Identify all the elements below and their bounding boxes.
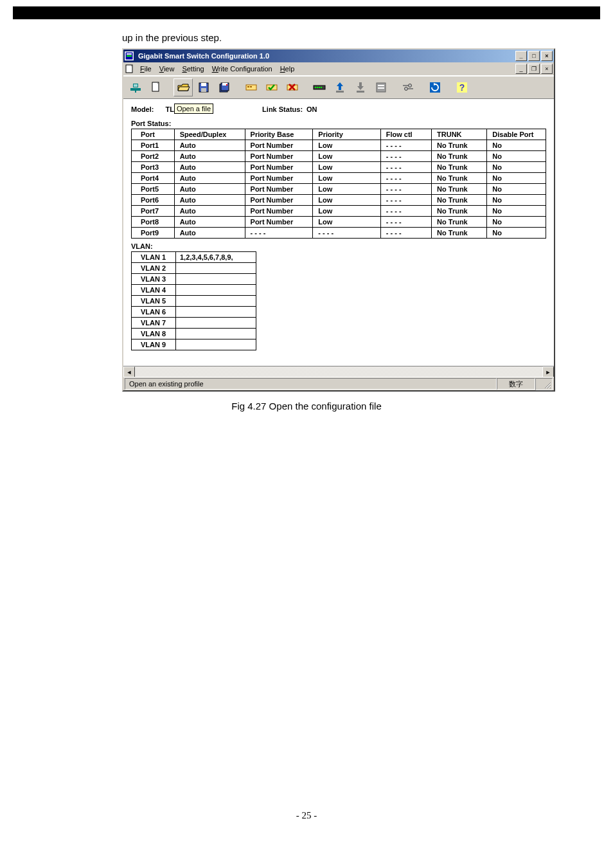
table-cell: No Trunk (432, 140, 487, 151)
svg-line-43 (545, 383, 551, 388)
svg-rect-31 (357, 91, 364, 93)
table-cell: No Trunk (432, 206, 487, 217)
vlan-ports-cell (176, 274, 256, 285)
table-row: VLAN 7 (132, 318, 256, 329)
scroll-track[interactable] (135, 366, 542, 377)
svg-line-47 (550, 388, 551, 388)
page-number: - 25 - (13, 810, 600, 821)
toolbar-connect-icon[interactable] (126, 78, 145, 96)
vlan-name-cell: VLAN 4 (132, 285, 176, 296)
mdi-doc-icon[interactable] (125, 64, 135, 74)
content-area: Model: TL Open a file Link Status: ON Po… (123, 99, 554, 366)
toolbar-settings-icon[interactable] (398, 78, 418, 96)
toolbar-reset-icon[interactable] (425, 78, 445, 96)
vlan-name-cell: VLAN 5 (132, 296, 176, 307)
link-status-label: Link Status: (262, 105, 303, 113)
table-cell: Port Number (245, 151, 313, 162)
table-cell: - - - - (380, 151, 431, 162)
open-file-tooltip: Open a file (174, 104, 213, 114)
table-row: VLAN 2 (132, 263, 256, 274)
table-cell: - - - - (380, 184, 431, 195)
toolbar-switch-icon[interactable] (310, 78, 329, 96)
table-cell: Auto (174, 228, 245, 239)
mdi-minimize-button[interactable]: _ (515, 64, 527, 74)
table-cell: No (487, 228, 546, 239)
table-cell: No (487, 140, 546, 151)
svg-rect-26 (315, 87, 316, 88)
toolbar-save-all-icon[interactable] (215, 78, 234, 96)
menu-help[interactable]: Help (276, 64, 299, 74)
toolbar-device-ok-icon[interactable] (262, 78, 281, 96)
mdi-restore-button[interactable]: ❐ (528, 64, 540, 74)
vlan-ports-cell (176, 318, 256, 329)
svg-rect-5 (130, 88, 141, 91)
svg-text:?: ? (459, 82, 465, 93)
toolbar-save-icon[interactable] (194, 78, 213, 96)
table-cell: Low (313, 162, 380, 173)
table-cell: Low (313, 184, 380, 195)
svg-rect-28 (319, 87, 320, 88)
port-status-label: Port Status: (131, 120, 546, 127)
table-cell: Port Number (245, 217, 313, 228)
port-header: Priority (313, 129, 380, 140)
table-row: Port5AutoPort NumberLow- - - -No TrunkNo (132, 184, 546, 195)
toolbar-new-icon[interactable] (147, 78, 166, 96)
table-cell: - - - - (380, 228, 431, 239)
status-indicator: 数字 (497, 378, 535, 390)
table-cell: Auto (174, 195, 245, 206)
table-cell: Port4 (132, 173, 175, 184)
horizontal-scrollbar[interactable]: ◄ ► (123, 366, 554, 377)
toolbar: ? (123, 76, 554, 99)
table-row: Port9Auto- - - -- - - -- - - -No TrunkNo (132, 228, 546, 239)
vlan-ports-cell (176, 339, 256, 350)
table-cell: Port Number (245, 173, 313, 184)
model-label: Model: (131, 105, 154, 113)
table-cell: Port7 (132, 206, 175, 217)
table-cell: Auto (174, 206, 245, 217)
vlan-ports-cell: 1,2,3,4,5,6,7,8,9, (176, 252, 256, 263)
app-icon (125, 51, 134, 60)
maximize-button[interactable]: □ (528, 51, 540, 61)
menu-file[interactable]: File (136, 64, 155, 74)
toolbar-config-icon[interactable] (371, 78, 391, 96)
vlan-ports-cell (176, 307, 256, 318)
table-row: Port6AutoPort NumberLow- - - -No TrunkNo (132, 195, 546, 206)
table-cell: Low (313, 140, 380, 151)
table-cell: No Trunk (432, 217, 487, 228)
table-cell: Auto (174, 162, 245, 173)
vlan-name-cell: VLAN 6 (132, 307, 176, 318)
table-row: VLAN 11,2,3,4,5,6,7,8,9, (132, 252, 256, 263)
table-cell: No Trunk (432, 195, 487, 206)
table-row: Port4AutoPort NumberLow- - - -No TrunkNo (132, 173, 546, 184)
svg-rect-1 (127, 53, 132, 55)
toolbar-device-icon[interactable] (242, 78, 261, 96)
menu-view[interactable]: View (155, 64, 179, 74)
table-cell: No (487, 206, 546, 217)
resize-grip[interactable] (535, 378, 553, 390)
table-cell: No Trunk (432, 151, 487, 162)
menu-setting[interactable]: Setting (178, 64, 208, 74)
table-row: VLAN 9 (132, 339, 256, 350)
toolbar-download-icon[interactable] (351, 78, 370, 96)
table-row: VLAN 4 (132, 285, 256, 296)
port-header: Flow ctl (380, 129, 431, 140)
toolbar-upload-icon[interactable] (330, 78, 350, 96)
table-cell: Port Number (245, 195, 313, 206)
table-cell: - - - - (380, 173, 431, 184)
toolbar-open-icon[interactable] (173, 78, 193, 96)
table-cell: Auto (174, 140, 245, 151)
toolbar-device-x-icon[interactable] (283, 78, 302, 96)
close-button[interactable]: × (541, 51, 553, 61)
minimize-button[interactable]: _ (515, 51, 527, 61)
svg-rect-7 (134, 84, 138, 87)
table-cell: No (487, 195, 546, 206)
vlan-name-cell: VLAN 7 (132, 318, 176, 329)
svg-point-38 (405, 87, 408, 91)
menu-write-config[interactable]: Write Configuration (208, 64, 276, 74)
toolbar-help-icon[interactable]: ? (452, 78, 472, 96)
svg-rect-22 (250, 86, 252, 87)
table-cell: Port6 (132, 195, 175, 206)
table-cell: Port1 (132, 140, 175, 151)
mdi-close-button[interactable]: × (541, 64, 553, 74)
vlan-name-cell: VLAN 9 (132, 339, 176, 350)
